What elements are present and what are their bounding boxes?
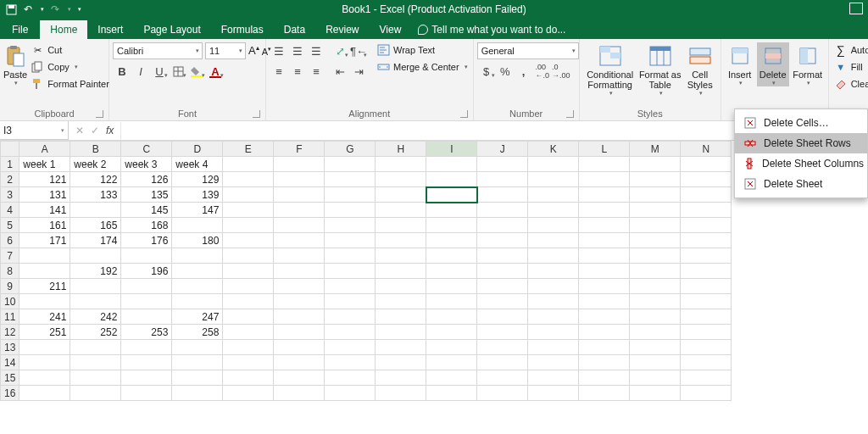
cell[interactable]	[681, 386, 732, 401]
cell[interactable]	[325, 233, 376, 248]
cell[interactable]: week 4	[172, 157, 223, 172]
decrease-indent-icon[interactable]: ⇤	[331, 63, 349, 80]
cell[interactable]	[426, 264, 477, 279]
cell[interactable]	[376, 172, 426, 187]
cell[interactable]	[376, 386, 426, 401]
cell[interactable]: week 2	[70, 157, 121, 172]
cell[interactable]	[681, 340, 732, 355]
save-icon[interactable]	[5, 3, 17, 15]
font-launcher-icon[interactable]	[253, 110, 260, 118]
delete-cells-item[interactable]: Delete Cells…	[735, 113, 867, 133]
cell[interactable]	[223, 218, 274, 233]
row-header[interactable]: 11	[1, 309, 19, 325]
cell[interactable]	[630, 355, 681, 370]
cell[interactable]	[579, 248, 630, 264]
cell[interactable]	[172, 294, 223, 309]
cell[interactable]	[426, 325, 477, 340]
cell[interactable]	[630, 157, 681, 172]
cell[interactable]: 176	[121, 233, 172, 248]
cell[interactable]	[376, 218, 426, 233]
name-box[interactable]: I3▾	[0, 121, 69, 140]
cell[interactable]: 253	[121, 325, 172, 340]
cell[interactable]	[477, 187, 528, 203]
delete-sheet-rows-item[interactable]: Delete Sheet Rows	[735, 133, 867, 153]
cell[interactable]	[325, 203, 376, 218]
cell[interactable]	[630, 248, 681, 264]
autosum-button[interactable]: ∑AutoSum▾	[832, 42, 868, 58]
cell[interactable]	[579, 386, 630, 401]
cell[interactable]	[223, 294, 274, 309]
cell[interactable]	[426, 233, 477, 248]
cell[interactable]: 145	[121, 203, 172, 218]
conditional-formatting-button[interactable]: Conditional Formatting▾	[583, 42, 637, 97]
column-header[interactable]: F	[274, 142, 325, 157]
cell[interactable]	[70, 370, 121, 386]
cell[interactable]	[376, 233, 426, 248]
cell[interactable]	[70, 340, 121, 355]
cell[interactable]	[70, 203, 121, 218]
cell[interactable]	[426, 218, 477, 233]
fill-color-icon[interactable]: ▾	[187, 63, 206, 80]
cell[interactable]	[681, 355, 732, 370]
column-header[interactable]: J	[477, 142, 528, 157]
format-as-table-button[interactable]: Format as Table▾	[639, 42, 682, 97]
comma-format-icon[interactable]: ,	[515, 63, 533, 80]
cell[interactable]	[426, 370, 477, 386]
tab-view[interactable]: View	[370, 20, 412, 39]
cell[interactable]	[630, 218, 681, 233]
cell[interactable]	[477, 218, 528, 233]
cell[interactable]	[70, 248, 121, 264]
cell[interactable]	[121, 370, 172, 386]
cell[interactable]	[630, 203, 681, 218]
cell[interactable]	[477, 157, 528, 172]
column-header[interactable]: B	[70, 142, 121, 157]
cell[interactable]: 251	[19, 325, 70, 340]
cell-styles-button[interactable]: Cell Styles▾	[683, 42, 717, 97]
cell[interactable]	[274, 233, 325, 248]
cell[interactable]	[172, 386, 223, 401]
column-header[interactable]: M	[630, 142, 681, 157]
cell[interactable]	[223, 325, 274, 340]
font-size-combo[interactable]: 11▾	[205, 42, 246, 59]
cell[interactable]	[376, 370, 426, 386]
cell[interactable]	[477, 386, 528, 401]
row-header[interactable]: 9	[1, 279, 19, 294]
cell[interactable]	[376, 340, 426, 355]
cell[interactable]: 171	[19, 233, 70, 248]
cell[interactable]	[70, 279, 121, 294]
cell[interactable]	[223, 279, 274, 294]
cell[interactable]	[223, 157, 274, 172]
cell[interactable]	[274, 386, 325, 401]
insert-cells-button[interactable]: Insert▾	[725, 42, 755, 86]
column-header[interactable]: C	[121, 142, 172, 157]
cell[interactable]	[274, 187, 325, 203]
column-header[interactable]: I	[426, 142, 477, 157]
cell[interactable]	[325, 325, 376, 340]
cell[interactable]	[274, 340, 325, 355]
cell[interactable]	[681, 279, 732, 294]
number-format-combo[interactable]: General▾	[477, 42, 579, 59]
cell[interactable]	[477, 172, 528, 187]
cell[interactable]	[477, 264, 528, 279]
cell[interactable]	[121, 294, 172, 309]
cell[interactable]	[528, 294, 579, 309]
cell[interactable]: 121	[19, 172, 70, 187]
cell[interactable]	[579, 172, 630, 187]
cell[interactable]	[579, 294, 630, 309]
italic-icon[interactable]: I	[131, 63, 150, 80]
cell[interactable]	[172, 248, 223, 264]
cell[interactable]	[172, 355, 223, 370]
cell[interactable]: 192	[70, 264, 121, 279]
cell[interactable]: 135	[121, 187, 172, 203]
increase-indent-icon[interactable]: ⇥	[349, 63, 368, 80]
cell[interactable]	[528, 386, 579, 401]
increase-decimal-icon[interactable]: .00←.0	[533, 63, 552, 80]
number-launcher-icon[interactable]	[566, 110, 574, 118]
cell[interactable]	[325, 157, 376, 172]
cell[interactable]	[121, 340, 172, 355]
cell[interactable]	[681, 187, 732, 203]
decrease-decimal-icon[interactable]: .0→.00	[552, 63, 570, 80]
tab-home[interactable]: Home	[40, 20, 87, 39]
cell[interactable]	[528, 309, 579, 325]
row-header[interactable]: 14	[1, 355, 19, 370]
